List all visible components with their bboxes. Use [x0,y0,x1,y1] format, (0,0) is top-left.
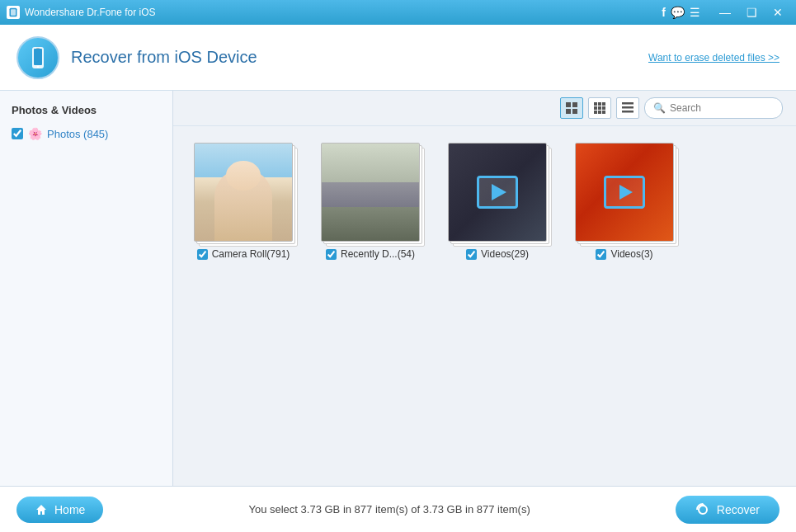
app-icon [7,6,20,19]
sidebar: Photos & Videos 🌸 Photos (845) [0,91,173,486]
menu-icon[interactable]: ☰ [690,6,700,19]
list-item[interactable]: Videos(29) [444,143,551,260]
video-play-icon [477,176,518,209]
svg-rect-12 [602,102,605,106]
list-item[interactable]: Camera Roll(791) [190,143,297,260]
device-icon [16,36,59,79]
recover-button[interactable]: Recover [676,496,780,524]
thumb-image [448,143,547,242]
home-icon [35,503,48,516]
svg-rect-14 [598,106,601,110]
svg-rect-13 [594,106,597,110]
maximize-button[interactable]: ❑ [740,3,763,21]
svg-rect-6 [566,102,571,107]
toolbar: 🔍 [173,91,796,126]
thumb-stack-videos-29 [448,143,547,242]
svg-rect-15 [602,106,605,110]
video-play-triangle [492,184,506,200]
thumb-label-recently-deleted: Recently D...(54) [326,248,415,260]
video-play-triangle-2 [619,185,633,200]
videos-3-label: Videos(3) [610,248,652,260]
thumbnails-area: Camera Roll(791) [173,126,796,486]
title-bar-left: Wondershare Dr.Fone for iOS [7,6,156,19]
erase-link[interactable]: Want to erase deleted files >> [648,52,780,64]
chat-icon[interactable]: 💬 [671,6,685,19]
list-item[interactable]: Recently D...(54) [317,143,424,260]
svg-rect-20 [622,106,634,109]
thumb-stack-camera-roll [194,143,293,242]
svg-rect-21 [622,111,634,113]
header: Recover from iOS Device Want to erase de… [0,25,796,91]
thumb-label-videos-3: Videos(3) [596,248,652,260]
svg-rect-5 [36,48,40,49]
search-box[interactable]: 🔍 [644,97,783,119]
thumb-stack-recently-deleted [321,143,420,242]
thumb-image [194,143,293,242]
main-area: Photos & Videos 🌸 Photos (845) 🔍 [0,91,796,486]
svg-point-4 [37,65,39,67]
svg-rect-17 [598,111,601,114]
app-title: Wondershare Dr.Fone for iOS [25,7,156,18]
photo-girl [195,144,292,241]
photos-label: Photos (845) [47,128,108,140]
search-icon: 🔍 [653,102,666,114]
videos-29-checkbox[interactable] [466,249,477,260]
photo-room [322,144,419,241]
thumb-image [575,143,674,242]
content-area: 🔍 [173,91,796,486]
svg-point-22 [699,506,707,514]
sidebar-item-photos[interactable]: 🌸 Photos (845) [0,123,172,144]
photos-checkbox[interactable] [12,128,23,139]
camera-roll-label: Camera Roll(791) [212,248,290,260]
svg-rect-1 [11,9,16,16]
thumb-label-videos-29: Videos(29) [466,248,529,260]
page-title: Recover from iOS Device [71,48,257,67]
title-bar: Wondershare Dr.Fone for iOS f 💬 ☰ — ❑ ✕ [0,0,796,25]
minimize-button[interactable]: — [714,3,737,21]
home-button-label: Home [54,503,85,516]
svg-rect-7 [572,102,577,107]
social-icons: f 💬 ☰ [662,6,700,19]
photos-icon: 🌸 [28,127,42,140]
list-item[interactable]: Videos(3) [571,143,678,260]
view-medium-grid-button[interactable] [588,97,611,119]
recently-deleted-checkbox[interactable] [326,249,337,260]
recently-deleted-label: Recently D...(54) [341,248,415,260]
photo-dark-scene [449,144,546,241]
camera-roll-checkbox[interactable] [197,249,208,260]
search-input[interactable] [670,102,774,114]
view-large-grid-button[interactable] [560,97,583,119]
video-play-icon-2 [604,176,645,209]
videos-29-label: Videos(29) [481,248,529,260]
facebook-icon[interactable]: f [662,6,666,19]
thumb-label-camera-roll: Camera Roll(791) [197,248,290,260]
header-left: Recover from iOS Device [16,36,257,79]
footer: Home You select 3.73 GB in 877 item(s) o… [0,486,796,532]
photo-red [576,144,673,241]
close-button[interactable]: ✕ [766,3,789,21]
svg-rect-19 [622,102,634,105]
window-controls: — ❑ ✕ [714,3,789,21]
videos-3-checkbox[interactable] [596,249,606,260]
svg-rect-11 [598,102,601,106]
svg-rect-10 [594,102,597,106]
thumb-stack-videos-3 [575,143,674,242]
home-button[interactable]: Home [16,497,103,523]
svg-rect-3 [34,49,42,65]
thumb-image [321,143,420,242]
recover-button-label: Recover [717,503,760,516]
recover-icon [695,502,710,517]
sidebar-section-title: Photos & Videos [0,101,172,123]
svg-rect-18 [602,111,605,114]
svg-rect-8 [566,109,571,114]
svg-rect-9 [572,109,577,114]
svg-rect-16 [594,111,597,114]
footer-status-text: You select 3.73 GB in 877 item(s) of 3.7… [248,503,530,516]
view-list-button[interactable] [616,97,639,119]
